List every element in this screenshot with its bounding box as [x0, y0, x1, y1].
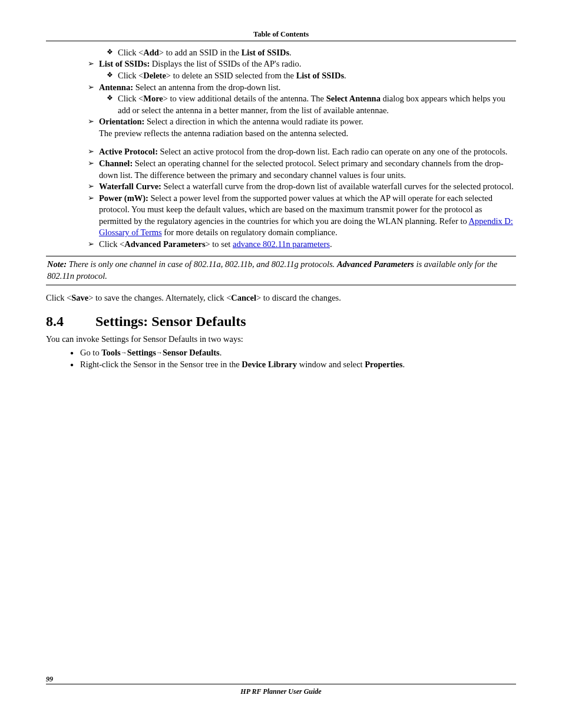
content-list: ❖ Click <Add> to add an SSID in the List…: [46, 47, 516, 251]
page-number: 99: [46, 674, 516, 684]
item-more: ❖ Click <More> to view additional detail…: [46, 93, 516, 116]
section-title: Settings: Sensor Defaults: [95, 312, 246, 331]
active-protocol-text: Active Protocol: Select an active protoc…: [99, 146, 516, 158]
header-title: Table of Contents: [46, 29, 516, 41]
header-divider: [46, 41, 516, 41]
more-text: Click <More> to view additional details …: [118, 93, 516, 116]
section-number: 8.4: [46, 312, 95, 331]
item-orientation: ➢ Orientation: Select a direction in whi…: [46, 116, 516, 139]
arrow-icon: ➢: [82, 181, 99, 192]
waterfall-text: Waterfall Curve: Select a waterfall curv…: [99, 181, 516, 193]
footer-title: HP RF Planner User Guide: [46, 687, 516, 696]
section-intro: You can invoke Settings for Sensor Defau…: [46, 334, 516, 345]
arrow-icon: ➢: [82, 239, 99, 249]
bullet-icon: ●: [64, 347, 80, 357]
delete-ssid-text: Click <Delete> to delete an SSID selecte…: [118, 70, 516, 82]
note-box: Note: There is only one channel in case …: [46, 256, 516, 285]
arrow-icon: ➢: [82, 116, 99, 127]
item-power: ➢ Power (mW): Select a power level from …: [46, 193, 516, 239]
item-active-protocol: ➢ Active Protocol: Select an active prot…: [46, 146, 516, 158]
channel-text: Channel: Select an operating channel for…: [99, 158, 516, 181]
save-cancel-para: Click <Save> to save the changes. Altern…: [46, 292, 516, 304]
bullet-icon: ●: [64, 359, 80, 369]
advance-80211n-link[interactable]: advance 802.11n parameters: [233, 239, 330, 249]
diamond-icon: ❖: [101, 70, 118, 80]
list-ssids-text: List of SSIDs: Displays the list of SSID…: [99, 58, 516, 70]
item-add-ssid: ❖ Click <Add> to add an SSID in the List…: [46, 47, 516, 59]
item-right-click: ● Right-click the Sensor in the Sensor t…: [46, 359, 516, 371]
power-text: Power (mW): Select a power level from th…: [99, 193, 516, 239]
arrow-right-icon: →: [121, 348, 127, 357]
item-channel: ➢ Channel: Select an operating channel f…: [46, 158, 516, 181]
antenna-text: Antenna: Select an antenna from the drop…: [99, 82, 516, 94]
arrow-icon: ➢: [82, 158, 99, 169]
diamond-icon: ❖: [101, 47, 118, 57]
advanced-params-text: Click <Advanced Parameters> to set advan…: [99, 239, 516, 251]
invoke-list: ● Go to Tools→Settings→Sensor Defaults. …: [46, 347, 516, 370]
arrow-right-icon: →: [156, 348, 163, 357]
add-ssid-text: Click <Add> to add an SSID in the List o…: [118, 47, 516, 59]
arrow-icon: ➢: [82, 146, 99, 157]
goto-text: Go to Tools→Settings→Sensor Defaults.: [80, 347, 516, 359]
arrow-icon: ➢: [82, 58, 99, 69]
item-antenna: ➢ Antenna: Select an antenna from the dr…: [46, 82, 516, 94]
footer-divider: [46, 684, 516, 684]
arrow-icon: ➢: [82, 82, 99, 93]
page-footer: 99 HP RF Planner User Guide: [46, 674, 516, 696]
orientation-text: Orientation: Select a direction in which…: [99, 116, 516, 139]
item-delete-ssid: ❖ Click <Delete> to delete an SSID selec…: [46, 70, 516, 82]
item-list-ssids: ➢ List of SSIDs: Displays the list of SS…: [46, 58, 516, 70]
item-goto: ● Go to Tools→Settings→Sensor Defaults.: [46, 347, 516, 359]
item-advanced-params: ➢ Click <Advanced Parameters> to set adv…: [46, 239, 516, 251]
section-heading: 8.4 Settings: Sensor Defaults: [46, 312, 516, 331]
diamond-icon: ❖: [101, 93, 118, 103]
item-waterfall: ➢ Waterfall Curve: Select a waterfall cu…: [46, 181, 516, 193]
arrow-icon: ➢: [82, 193, 99, 203]
right-click-text: Right-click the Sensor in the Sensor tre…: [80, 359, 516, 371]
